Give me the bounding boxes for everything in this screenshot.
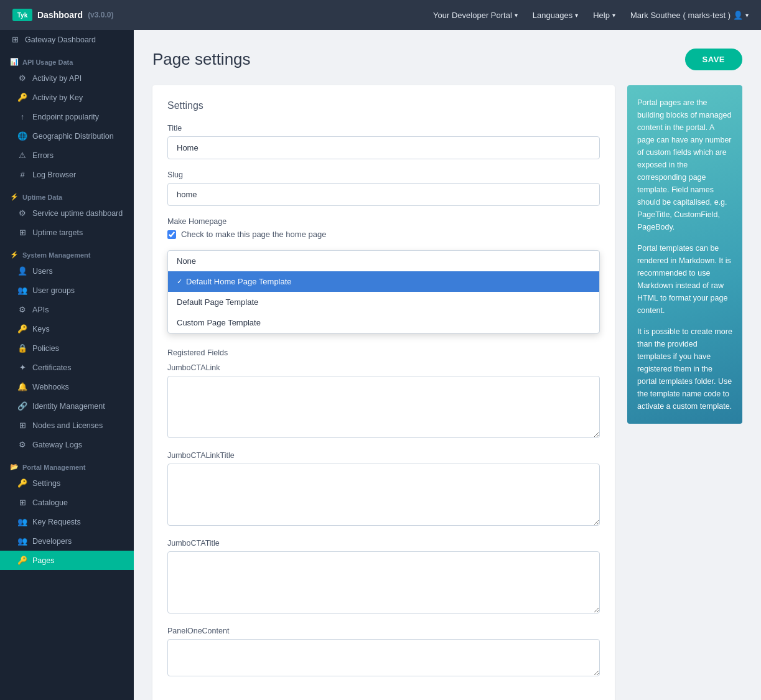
info-panel: Portal pages are the building blocks of … — [627, 85, 742, 424]
gauge-icon: ⊞ — [10, 35, 20, 44]
service-icon: ⚙ — [17, 208, 27, 218]
jumboctalink-textarea[interactable] — [167, 376, 600, 438]
page-type-dropdown[interactable]: None ✓ Default Home Page Template Defaul… — [167, 250, 600, 334]
title-input[interactable] — [167, 136, 600, 159]
dropdown-option-default-page[interactable]: Default Page Template — [168, 292, 599, 312]
sidebar-item-users[interactable]: 👤 Users — [0, 261, 134, 281]
cert-icon: ✦ — [17, 363, 27, 372]
sidebar-item-gateway-logs[interactable]: ⚙ Gateway Logs — [0, 435, 134, 454]
user-menu[interactable]: Mark Southee ( marks-test ) 👤 ▾ — [630, 11, 749, 20]
topnav: Tyk Dashboard (v3.0.0) Your Developer Po… — [0, 0, 761, 30]
developers-icon: 👥 — [17, 536, 27, 546]
log-icon: # — [17, 170, 27, 179]
chart-icon: 📊 — [10, 58, 19, 66]
content-row: Settings Title Slug Make Homepage Che — [152, 85, 742, 700]
sidebar-item-apis[interactable]: ⚙ APIs — [0, 300, 134, 319]
homepage-checkbox-label: Check to make this page the home page — [181, 230, 326, 239]
dropdown-option-default-home[interactable]: ✓ Default Home Page Template — [168, 271, 599, 292]
chevron-down-icon: ▾ — [515, 12, 518, 19]
gateway-log-icon: ⚙ — [17, 440, 27, 449]
page-header: Page settings SAVE — [152, 49, 742, 70]
sidebar-item-user-groups[interactable]: 👥 User groups — [0, 281, 134, 300]
chevron-down-icon: ▾ — [575, 12, 578, 19]
sidebar-item-service-uptime[interactable]: ⚙ Service uptime dashboard — [0, 203, 134, 223]
sidebar-section-api-usage: 📊 API Usage Data — [0, 52, 134, 68]
portal-icon: 📂 — [10, 463, 19, 471]
registered-fields-label: Registered Fields — [167, 348, 600, 357]
slug-group: Slug — [167, 170, 600, 206]
sidebar-item-gateway-dashboard[interactable]: ⊞ Gateway Dashboard — [0, 30, 134, 49]
activity-icon: ⚙ — [17, 73, 27, 83]
sidebar-item-key-requests[interactable]: 👥 Key Requests — [0, 512, 134, 531]
panelonetcontent-group: PanelOneContent — [167, 627, 600, 678]
sidebar-item-portal-settings[interactable]: 🔑 Settings — [0, 474, 134, 493]
info-text-1: Portal pages are the building blocks of … — [637, 96, 732, 233]
sidebar-item-webhooks[interactable]: 🔔 Webhooks — [0, 377, 134, 396]
endpoint-icon: ↑ — [17, 112, 27, 121]
info-text-2: Portal templates can be rendered in Mark… — [637, 242, 732, 317]
homepage-checkbox[interactable] — [167, 230, 176, 239]
topnav-links: Your Developer Portal ▾ Languages ▾ Help… — [433, 11, 749, 20]
dropdown-custom-label: Custom Page Template — [177, 318, 261, 327]
target-icon: ⊞ — [17, 228, 27, 237]
catalogue-icon: ⊞ — [17, 498, 27, 507]
error-icon: ⚠ — [17, 151, 27, 160]
sidebar-item-geo[interactable]: 🌐 Geographic Distribution — [0, 126, 134, 146]
slug-input[interactable] — [167, 183, 600, 206]
sidebar-item-activity-key[interactable]: 🔑 Activity by Key — [0, 88, 134, 107]
jumboctatitle-group: JumboCTATitle — [167, 539, 600, 615]
jumboctalink-group: JumboCTALink — [167, 363, 600, 440]
sidebar-item-uptime-targets[interactable]: ⊞ Uptime targets — [0, 223, 134, 242]
sidebar-item-nodes[interactable]: ⊞ Nodes and Licenses — [0, 416, 134, 435]
portal-link[interactable]: Your Developer Portal ▾ — [433, 11, 518, 20]
tyk-logo: Tyk — [12, 9, 32, 21]
dropdown-option-none[interactable]: None — [168, 251, 599, 271]
sidebar-item-activity-api[interactable]: ⚙ Activity by API — [0, 68, 134, 88]
brand-label: Dashboard — [37, 10, 83, 20]
users-icon: 👥 — [17, 286, 27, 295]
dropdown-none-label: None — [177, 256, 196, 266]
key-icon: 🔑 — [17, 93, 27, 102]
sidebar: ⊞ Gateway Dashboard 📊 API Usage Data ⚙ A… — [0, 30, 134, 700]
sidebar-item-endpoint-popularity[interactable]: ↑ Endpoint popularity — [0, 107, 134, 126]
homepage-group: Make Homepage Check to make this page th… — [167, 217, 600, 239]
brand-version: (v3.0.0) — [88, 11, 113, 19]
sidebar-item-policies[interactable]: 🔒 Policies — [0, 338, 134, 358]
sidebar-item-keys[interactable]: 🔑 Keys — [0, 319, 134, 338]
pages-icon: 🔑 — [17, 556, 27, 565]
sidebar-item-certificates[interactable]: ✦ Certificates — [0, 358, 134, 377]
jumboctatitle-textarea[interactable] — [167, 551, 600, 614]
info-text-3: It is possible to create more than the p… — [637, 325, 732, 413]
panelonetcontent-textarea[interactable] — [167, 639, 600, 676]
settings-icon: 🔑 — [17, 478, 27, 488]
keys-icon: 🔑 — [17, 324, 27, 334]
sidebar-section-system: ⚡ System Management — [0, 245, 134, 261]
jumboctalinktitle-group: JumboCTALinkTitle — [167, 451, 600, 528]
globe-icon: 🌐 — [17, 131, 27, 141]
jumboctatitle-label: JumboCTATitle — [167, 539, 600, 548]
chevron-down-icon: ▾ — [745, 12, 749, 19]
nodes-icon: ⊞ — [17, 421, 27, 430]
languages-link[interactable]: Languages ▾ — [533, 11, 578, 20]
api-icon: ⚙ — [17, 305, 27, 314]
chevron-down-icon: ▾ — [612, 12, 615, 19]
page-type-group: Page Type None ✓ Default Home Page Templ… — [167, 250, 600, 337]
sidebar-item-log-browser[interactable]: # Log Browser — [0, 165, 134, 184]
sidebar-item-developers[interactable]: 👥 Developers — [0, 531, 134, 551]
policy-icon: 🔒 — [17, 343, 27, 353]
system-icon: ⚡ — [10, 251, 19, 259]
help-link[interactable]: Help ▾ — [593, 11, 615, 20]
save-button[interactable]: SAVE — [685, 49, 742, 70]
sidebar-item-pages[interactable]: 🔑 Pages — [0, 551, 134, 570]
sidebar-item-identity[interactable]: 🔗 Identity Management — [0, 396, 134, 416]
title-group: Title — [167, 124, 600, 159]
jumboctalinktitle-textarea[interactable] — [167, 464, 600, 526]
dropdown-option-custom[interactable]: Custom Page Template — [168, 312, 599, 333]
title-label: Title — [167, 124, 600, 133]
sidebar-item-errors[interactable]: ⚠ Errors — [0, 146, 134, 165]
jumboctalinktitle-label: JumboCTALinkTitle — [167, 451, 600, 460]
settings-section-title: Settings — [167, 100, 600, 111]
dropdown-default-home-label: Default Home Page Template — [186, 277, 292, 286]
uptime-icon: ⚡ — [10, 193, 19, 201]
sidebar-item-catalogue[interactable]: ⊞ Catalogue — [0, 493, 134, 512]
